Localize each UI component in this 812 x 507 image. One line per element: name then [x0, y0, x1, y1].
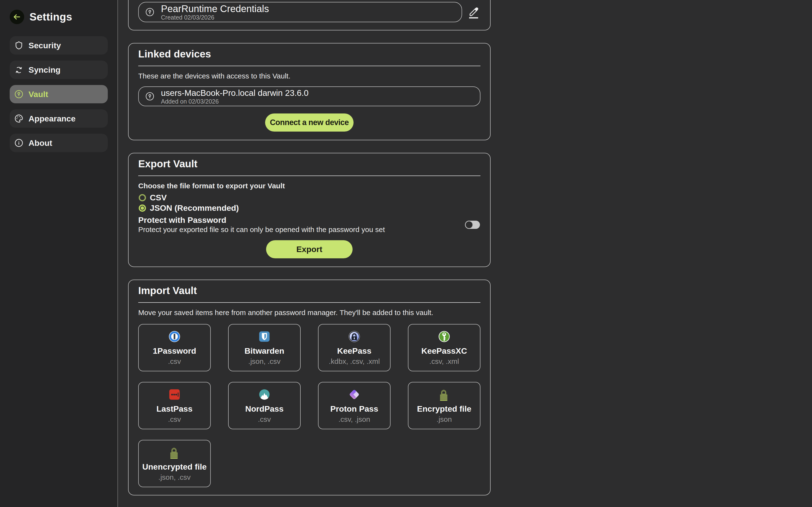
- import-source-formats: .csv, .json: [338, 415, 370, 424]
- import-tile-lastpass[interactable]: LastPass .csv: [138, 382, 211, 429]
- import-tile-encrypted-file[interactable]: Encrypted file .json: [408, 382, 480, 429]
- import-source-name: Bitwarden: [245, 346, 284, 356]
- import-source-name: 1Password: [153, 346, 196, 356]
- import-vault-card: Import Vault Move your saved items here …: [128, 280, 491, 495]
- divider: [138, 302, 480, 303]
- sidebar-item-appearance[interactable]: Appearance: [10, 109, 108, 128]
- bitwarden-logo-icon: [259, 331, 270, 342]
- import-source-name: Proton Pass: [331, 404, 378, 414]
- import-source-name: LastPass: [156, 404, 192, 414]
- vault-credential-row[interactable]: PearRuntime Credentials Created 02/03/20…: [138, 2, 462, 22]
- import-sources-grid: 1Password .csv Bitwarden .json, .csv Kee…: [138, 324, 480, 487]
- import-source-formats: .json: [437, 415, 452, 424]
- import-tile-1password[interactable]: 1Password .csv: [138, 324, 211, 371]
- sidebar-item-syncing[interactable]: Syncing: [10, 61, 108, 79]
- import-source-name: NordPass: [245, 404, 284, 414]
- nordpass-logo-icon: [259, 389, 270, 400]
- sidebar-item-label: Security: [29, 41, 61, 50]
- 1password-logo-icon: [169, 331, 180, 342]
- import-source-name: Encrypted file: [417, 404, 471, 414]
- lastpass-logo-icon: [169, 389, 180, 400]
- key-circle-icon: [146, 92, 154, 101]
- shield-icon: [14, 41, 23, 50]
- edit-vault-name-button[interactable]: [466, 4, 480, 20]
- import-source-name: KeePass: [337, 346, 371, 356]
- import-source-formats: .csv, .xml: [429, 357, 459, 366]
- key-circle-icon: [146, 8, 154, 16]
- key-circle-icon: [14, 90, 23, 99]
- page-title: Settings: [30, 11, 72, 23]
- sidebar-item-label: Vault: [29, 90, 48, 99]
- settings-sidebar: Settings Security Syncing Vault Appearan…: [0, 0, 118, 507]
- device-name: users-MacBook-Pro.local darwin 23.6.0: [161, 88, 309, 98]
- sidebar-item-label: Appearance: [29, 114, 75, 123]
- settings-content: PearRuntime Credentials Created 02/03/20…: [118, 0, 812, 507]
- vault-created-date: Created 02/03/2026: [161, 14, 269, 21]
- import-tile-nordpass[interactable]: NordPass .csv: [228, 382, 301, 429]
- protect-with-password-title: Protect with Password: [138, 215, 385, 225]
- import-tile-protonpass[interactable]: Proton Pass .csv, .json: [318, 382, 391, 429]
- palette-icon: [14, 114, 23, 123]
- device-added-date: Added on 02/03/2026: [161, 98, 309, 105]
- import-tile-keepass[interactable]: KeePass .kdbx, .csv, .xml: [318, 324, 391, 371]
- import-vault-description: Move your saved items here from another …: [138, 307, 480, 318]
- export-button[interactable]: Export: [266, 240, 353, 258]
- vault-name: PearRuntime Credentials: [161, 3, 269, 14]
- divider: [138, 66, 480, 66]
- info-circle-icon: [14, 138, 23, 147]
- connect-new-device-button[interactable]: Connect a new device: [265, 113, 354, 131]
- unencrypted-file-lock-icon: [169, 447, 180, 458]
- sidebar-item-vault[interactable]: Vault: [10, 85, 108, 103]
- sidebar-item-label: About: [29, 138, 52, 148]
- export-vault-title: Export Vault: [138, 158, 480, 170]
- arrow-left-icon: [13, 13, 21, 21]
- encrypted-file-lock-icon: [439, 389, 450, 400]
- keepass-logo-icon: [349, 331, 360, 342]
- import-source-name: Unencrypted file: [142, 462, 207, 472]
- import-source-formats: .json, .csv: [158, 473, 191, 482]
- import-tile-bitwarden[interactable]: Bitwarden .json, .csv: [228, 324, 301, 371]
- radio-label: CSV: [150, 193, 167, 202]
- toggle-knob: [465, 221, 473, 229]
- linked-devices-description: These are the devices with access to thi…: [138, 71, 480, 81]
- sync-arrows-icon: [14, 65, 23, 74]
- settings-nav: Security Syncing Vault Appearance About: [10, 36, 108, 152]
- import-source-formats: .json, .csv: [248, 357, 280, 366]
- keepassxc-logo-icon: [439, 331, 450, 342]
- protonpass-logo-icon: [349, 389, 360, 400]
- radio-option-csv[interactable]: CSV: [139, 192, 480, 203]
- import-vault-title: Import Vault: [138, 285, 480, 296]
- import-tile-unencrypted-file[interactable]: Unencrypted file .json, .csv: [138, 440, 211, 487]
- device-row[interactable]: users-MacBook-Pro.local darwin 23.6.0 Ad…: [138, 87, 480, 106]
- linked-devices-card: Linked devices These are the devices wit…: [128, 43, 491, 140]
- import-source-formats: .csv: [168, 357, 181, 366]
- protect-password-toggle[interactable]: [465, 221, 480, 229]
- settings-window: Settings Security Syncing Vault Appearan…: [0, 0, 812, 507]
- radio-checked-icon[interactable]: [139, 205, 146, 212]
- sidebar-item-security[interactable]: Security: [10, 36, 108, 55]
- import-source-formats: .csv: [258, 415, 271, 424]
- sidebar-header: Settings: [10, 10, 108, 24]
- export-format-label: Choose the file format to export your Va…: [138, 181, 480, 191]
- import-tile-keepassxc[interactable]: KeePassXC .csv, .xml: [408, 324, 480, 371]
- linked-devices-title: Linked devices: [138, 48, 480, 60]
- radio-option-json[interactable]: JSON (Recommended): [139, 203, 480, 213]
- radio-unchecked-icon[interactable]: [139, 194, 146, 201]
- protect-with-password-description: Protect your exported file so it can onl…: [138, 225, 385, 234]
- import-source-name: KeePassXC: [421, 346, 467, 356]
- radio-label: JSON (Recommended): [150, 203, 239, 213]
- pencil-underline-icon: [467, 5, 480, 19]
- import-source-formats: .kdbx, .csv, .xml: [329, 357, 379, 366]
- vault-name-card: PearRuntime Credentials Created 02/03/20…: [128, 0, 491, 31]
- back-button[interactable]: [10, 10, 24, 24]
- import-source-formats: .csv: [168, 415, 181, 424]
- sidebar-item-about[interactable]: About: [10, 134, 108, 152]
- divider: [138, 175, 480, 176]
- export-vault-card: Export Vault Choose the file format to e…: [128, 153, 491, 267]
- sidebar-item-label: Syncing: [29, 65, 60, 74]
